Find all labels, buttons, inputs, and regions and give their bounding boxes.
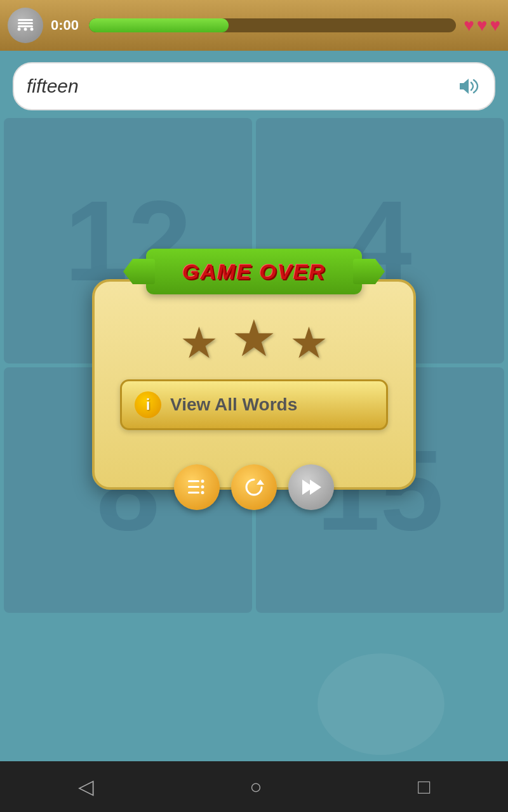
- navigation-bar: ◁ ○ □: [0, 761, 508, 812]
- progress-bar: [89, 18, 456, 32]
- bottom-decoration: [318, 653, 444, 755]
- action-buttons: [174, 464, 334, 510]
- game-grid: 12 4 8 15 GAME OVER ★ ★ ★ i V: [4, 118, 504, 613]
- svg-rect-2: [18, 25, 33, 27]
- heart-3: ♥: [490, 15, 500, 36]
- svg-point-9: [201, 485, 204, 488]
- home-button[interactable]: ○: [250, 775, 262, 799]
- top-bar: 0:00 ♥ ♥ ♥: [0, 0, 508, 51]
- word-display-area: fifteen: [13, 62, 495, 110]
- view-all-words-button[interactable]: i View All Words: [120, 379, 388, 430]
- skip-button[interactable]: [288, 464, 334, 510]
- star-2: ★: [231, 313, 277, 364]
- info-icon: i: [135, 391, 161, 418]
- current-word: fifteen: [27, 75, 79, 97]
- heart-1: ♥: [464, 15, 474, 36]
- svg-point-11: [201, 491, 204, 494]
- star-1: ★: [180, 321, 218, 364]
- svg-point-4: [24, 28, 27, 31]
- svg-point-3: [18, 28, 21, 31]
- gameover-overlay: GAME OVER ★ ★ ★ i View All Words: [4, 118, 504, 613]
- timer-display: 0:00: [51, 17, 81, 34]
- heart-2: ♥: [477, 15, 488, 36]
- svg-rect-10: [188, 492, 199, 494]
- gameover-title: GAME OVER: [182, 259, 326, 284]
- svg-point-7: [201, 480, 204, 483]
- svg-marker-14: [310, 480, 321, 495]
- speaker-button[interactable]: [453, 72, 481, 100]
- svg-rect-6: [188, 480, 199, 482]
- replay-button[interactable]: [231, 464, 277, 510]
- list-button[interactable]: [174, 464, 220, 510]
- view-all-label: View All Words: [170, 395, 297, 415]
- stars-row: ★ ★ ★: [180, 313, 328, 364]
- svg-rect-0: [18, 19, 33, 21]
- svg-marker-12: [257, 480, 264, 485]
- gameover-banner: GAME OVER: [146, 249, 362, 294]
- svg-rect-8: [188, 486, 199, 488]
- progress-fill: [89, 18, 229, 32]
- menu-button[interactable]: [8, 8, 43, 43]
- svg-point-5: [30, 28, 34, 31]
- star-3: ★: [290, 321, 328, 364]
- gameover-panel: GAME OVER ★ ★ ★ i View All Words: [92, 279, 416, 490]
- back-button[interactable]: ◁: [78, 775, 94, 799]
- hearts-display: ♥ ♥ ♥: [464, 15, 500, 36]
- recents-button[interactable]: □: [418, 775, 430, 799]
- svg-rect-1: [18, 22, 33, 24]
